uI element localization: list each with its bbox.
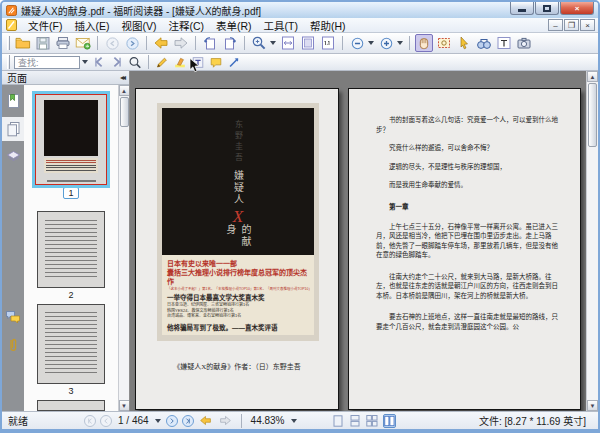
thumbnail-cover-caption	[47, 180, 96, 182]
panel-header: 页面 ◂◂	[2, 71, 129, 85]
note-tool-button[interactable]	[208, 54, 224, 70]
prev-page-button[interactable]	[103, 34, 121, 52]
zoom-level[interactable]: 44.83%	[251, 415, 285, 426]
toolbar-grip[interactable]	[7, 55, 10, 69]
save-button[interactable]	[34, 34, 52, 52]
find-toolbar: 查找:	[2, 54, 598, 71]
zoom-out-dropdown[interactable]	[368, 41, 374, 48]
open-button[interactable]	[14, 34, 32, 52]
menu-insert[interactable]: 插入(E)	[68, 17, 115, 34]
paperclip-icon	[6, 337, 20, 353]
find-input[interactable]: 查找:	[14, 56, 80, 69]
minimize-button[interactable]	[510, 2, 534, 15]
zoom-in-button[interactable]	[377, 34, 395, 52]
thumbnail-page-3[interactable]	[37, 304, 105, 384]
hand-tool-button[interactable]	[415, 34, 433, 52]
zoom-out-button[interactable]	[348, 34, 366, 52]
pages-icon	[6, 121, 21, 137]
thumbnail-page-4[interactable]	[37, 400, 105, 412]
fit-width-button[interactable]	[279, 34, 297, 52]
document-menu-icon[interactable]	[6, 19, 17, 31]
find-previous-button[interactable]	[91, 54, 107, 70]
typewriter-tool-button[interactable]	[190, 54, 206, 70]
pdf-page-1[interactable]: 东野圭吾 嫌疑人 X 的献身 日本有史以来唯一一部 囊括三大推理小说排行榜年度总…	[135, 88, 339, 410]
bookmarks-tab[interactable]	[2, 89, 24, 113]
previous-view-button[interactable]	[152, 34, 170, 52]
document-scrollbar[interactable]: ▲ ▼	[586, 71, 598, 411]
attachments-tab[interactable]	[2, 333, 24, 357]
fit-page-button[interactable]	[299, 34, 317, 52]
thumbnail-label-1[interactable]: 1	[63, 187, 78, 199]
scroll-down-icon[interactable]: ▼	[587, 400, 598, 411]
single-page-layout-button[interactable]	[332, 414, 345, 428]
document-canvas[interactable]: 东野圭吾 嫌疑人 X 的献身 日本有史以来唯一一部 囊括三大推理小说排行榜年度总…	[130, 71, 586, 411]
zoom-in-dropdown[interactable]	[397, 41, 403, 48]
next-page-status-button[interactable]	[166, 415, 178, 427]
comments-icon	[5, 310, 21, 325]
select-annotation-button[interactable]	[455, 34, 473, 52]
continuous-facing-layout-button[interactable]	[383, 414, 396, 428]
arrow-tool-icon	[227, 55, 241, 70]
next-page-button[interactable]	[123, 34, 141, 52]
maximize-button[interactable]	[535, 2, 559, 15]
child-minimize-button[interactable]: –	[548, 19, 563, 31]
child-close-button[interactable]: ×	[580, 19, 595, 31]
pdf-page-2[interactable]: 书的封面写着这么几句话：究竟爱一个人，可以爱到什么地步？ 究竟什么样的邂逅，可以…	[348, 88, 581, 410]
pages-tab[interactable]	[2, 117, 24, 141]
thumbnail-page-2[interactable]	[37, 211, 105, 287]
child-restore-button[interactable]: ❐	[564, 19, 579, 31]
find-button[interactable]	[475, 34, 493, 52]
actual-size-button[interactable]	[319, 34, 337, 52]
toolbar-grip[interactable]	[7, 36, 10, 50]
paragraph: 书的封面写着这么几句话：究竟爱一个人，可以爱到什么地步？	[376, 115, 564, 134]
menu-file[interactable]: 文件(F)	[22, 17, 68, 34]
continuous-layout-button[interactable]	[349, 414, 362, 428]
scroll-up-icon[interactable]: ▲	[119, 85, 130, 96]
scrollbar-thumb[interactable]	[588, 83, 597, 147]
find-label: 查找:	[18, 56, 39, 69]
collapse-panel-icon[interactable]: ◂◂	[120, 73, 124, 82]
close-button[interactable]: ×	[560, 2, 594, 15]
zoom-dropdown[interactable]	[291, 419, 297, 426]
forward-arrow-icon	[173, 35, 189, 51]
pencil-tool-button[interactable]	[154, 54, 170, 70]
comments-tab[interactable]	[2, 305, 24, 329]
page-dropdown[interactable]	[155, 419, 161, 426]
search-button[interactable]	[127, 54, 143, 70]
email-button[interactable]	[74, 34, 92, 52]
scroll-down-icon[interactable]: ▼	[119, 400, 130, 411]
layers-tab[interactable]	[2, 145, 24, 169]
rotate-right-button[interactable]	[221, 34, 239, 52]
facing-layout-button[interactable]	[366, 414, 379, 428]
find-dropdown[interactable]	[82, 60, 88, 67]
last-page-button[interactable]	[182, 415, 194, 427]
sidebar-scrollbar[interactable]: ▲ ▼	[118, 85, 129, 411]
select-text-button[interactable]	[495, 34, 513, 52]
find-next-button[interactable]	[109, 54, 125, 70]
menu-help[interactable]: 帮助(H)	[304, 17, 352, 34]
snapshot-button[interactable]	[515, 34, 533, 52]
print-button[interactable]	[54, 34, 72, 52]
menu-form[interactable]: 表单(R)	[210, 17, 258, 34]
zoom-tool-button[interactable]	[250, 34, 268, 52]
menu-comment[interactable]: 注释(C)	[162, 17, 210, 34]
zoom-tool-dropdown[interactable]	[270, 41, 276, 48]
menu-tools[interactable]: 工具(T)	[258, 17, 304, 34]
next-view-status-button[interactable]	[218, 413, 234, 429]
toolbar-separator	[146, 36, 147, 50]
main-content: 页面 ◂◂ 1	[2, 71, 598, 411]
scroll-up-icon[interactable]: ▲	[587, 71, 598, 82]
rotate-left-button[interactable]	[201, 34, 219, 52]
arrow-tool-button[interactable]	[226, 54, 242, 70]
marquee-zoom-button[interactable]	[435, 34, 453, 52]
next-view-button[interactable]	[172, 34, 190, 52]
first-page-button[interactable]	[84, 415, 96, 427]
highlighter-tool-button[interactable]	[172, 54, 188, 70]
forward-arrow-icon	[219, 414, 232, 427]
thumbnail-page-1[interactable]	[35, 94, 107, 185]
menu-view[interactable]: 视图(V)	[115, 17, 162, 34]
scrollbar-thumb[interactable]	[120, 97, 129, 127]
page-indicator[interactable]: 1 / 464	[118, 415, 149, 426]
prev-page-status-button[interactable]	[100, 415, 112, 427]
previous-view-status-button[interactable]	[198, 413, 214, 429]
